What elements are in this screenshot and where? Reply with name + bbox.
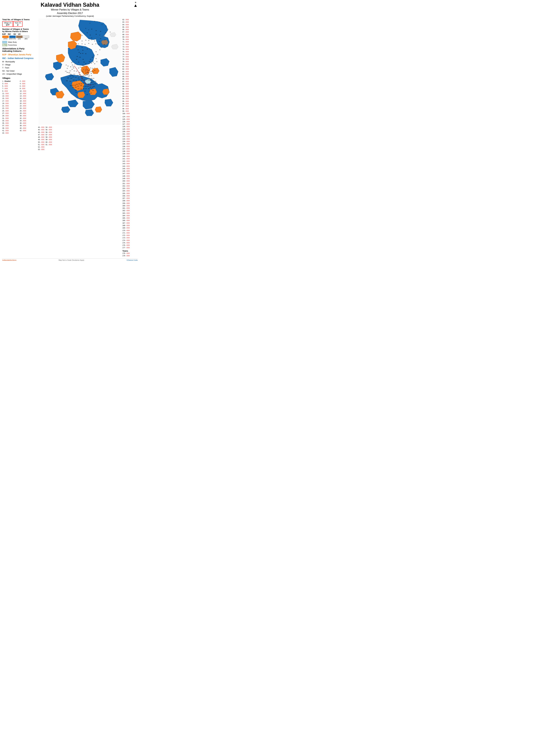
right-village-item: 163 - XXX	[122, 212, 138, 214]
right-village-item: 141 - XXX	[122, 158, 138, 160]
map-area: 4 5 3 6 7 11 12 8 9 10 14 15 13 16 17 18	[38, 18, 122, 257]
m-abbrev: M - Municipality	[2, 60, 37, 63]
right-village-item: 132 - XXX	[122, 135, 138, 138]
svg-text:150: 150	[78, 83, 80, 84]
svg-text:91: 91	[66, 64, 67, 66]
svg-text:88: 88	[71, 62, 72, 63]
svg-text:50: 50	[76, 59, 77, 60]
right-village-item: 153 - XXX	[122, 187, 138, 190]
svg-text:56: 56	[92, 57, 93, 58]
village-item: 42 - XXX	[20, 129, 37, 132]
svg-text:171: 171	[75, 90, 77, 91]
right-village-item: 160 - XXX	[122, 205, 138, 207]
villages-grid: 1 - Khokhri2 - XXX3 - XXX4 - XXX5 - XXX6…	[2, 80, 37, 134]
right-village-item: 64 - XXX	[122, 23, 138, 26]
right-village-item: 91 - XXX	[122, 90, 138, 93]
inc-color-block: (XXV+XT)	[9, 36, 16, 40]
sub-title-3: (under Jamnagar Parliamentary Constituen…	[2, 15, 138, 17]
right-village-item: 76 - XXX	[122, 53, 138, 56]
right-village-item: 177 - XXX	[122, 247, 138, 249]
svg-text:154: 154	[70, 85, 72, 86]
village-item: 48 - XXX	[38, 136, 44, 138]
svg-text:23: 23	[100, 38, 101, 39]
svg-text:44: 44	[82, 47, 83, 48]
svg-text:61: 61	[82, 65, 83, 66]
right-village-item: 145 - XXX	[122, 167, 138, 170]
svg-text:70: 70	[80, 67, 81, 68]
svg-text:160: 160	[85, 86, 87, 87]
svg-text:51: 51	[78, 62, 79, 63]
party-labels-row: BJP INC NV UV	[2, 33, 37, 35]
svg-text:40: 40	[99, 49, 100, 50]
village-item: 44 - XXX	[38, 126, 44, 129]
right-village-item: 161 - XXX	[122, 207, 138, 209]
right-village-item: 136 - XXX	[122, 145, 138, 148]
svg-text:124: 124	[81, 78, 83, 79]
svg-text:174: 174	[92, 90, 94, 91]
svg-text:177: 177	[86, 94, 88, 95]
village-item: 45 - XXX	[38, 129, 44, 131]
right-village-item: 86 - XXX	[122, 78, 138, 80]
village-item: 43 - XXX	[2, 132, 20, 134]
svg-text:7: 7	[105, 26, 106, 27]
right-village-item: 168 - XXX	[122, 224, 138, 227]
svg-text:79: 79	[92, 71, 94, 72]
svg-text:178: 178	[79, 57, 81, 58]
right-village-item: 135 - XXX	[122, 143, 138, 145]
village-item: 50 - XXX	[38, 141, 44, 143]
abbrev-list: BJP - Bharatiya Janata Party INC - India…	[2, 53, 37, 76]
svg-text:28: 28	[88, 40, 89, 41]
right-village-item: 152 - XXX	[122, 185, 138, 187]
right-village-item: 78 - XXX	[122, 58, 138, 60]
right-village-item: 171 - XXX	[122, 232, 138, 234]
svg-text:172: 172	[75, 92, 77, 93]
abbrev-title: Abbreviations & Party Indicating Colours…	[2, 47, 37, 52]
right-village-item: 166 - XXX	[122, 219, 138, 222]
village-item: 4 - XXX	[20, 82, 37, 85]
svg-text:98: 98	[79, 72, 80, 73]
right-village-item: 156 - XXX	[122, 195, 138, 197]
svg-text:10: 10	[91, 29, 92, 30]
village-item: 52 - XXX	[38, 146, 44, 148]
right-village-item: 143 - XXX	[122, 162, 138, 165]
villages-title: Villages	[2, 77, 37, 79]
sub-title-1: Winner Parties by Villages & Towns	[2, 8, 138, 11]
right-village-item: 162 - XXX	[122, 209, 138, 212]
svg-text:3: 3	[90, 23, 90, 24]
svg-text:27: 27	[91, 39, 92, 40]
svg-text:14: 14	[96, 30, 97, 31]
bottom-villages: 44 - XXX45 - XXX46 - XXX47 - XXX48 - XXX…	[38, 126, 122, 151]
right-village-item: 150 - XXX	[122, 180, 138, 182]
svg-text:164: 164	[93, 86, 95, 87]
uv-count: (6V)	[25, 38, 28, 40]
svg-text:11: 11	[107, 29, 109, 30]
right-village-item: 87 - XXX	[122, 80, 138, 83]
village-item: 26 - XXX	[20, 110, 37, 112]
svg-text:122: 122	[93, 78, 94, 79]
svg-text:162: 162	[89, 87, 91, 88]
svg-text:62: 62	[96, 58, 97, 59]
svg-text:108: 108	[68, 72, 70, 73]
right-village-item: 174 - XXX	[122, 239, 138, 242]
village-item: 34 - XXX	[20, 120, 37, 122]
svg-text:52: 52	[82, 53, 83, 54]
village-item: 35 - XXX	[2, 122, 20, 124]
right-village-item: 95 - XXX	[122, 100, 138, 103]
svg-text:42: 42	[78, 49, 79, 50]
svg-text:47: 47	[89, 48, 90, 49]
svg-text:58: 58	[83, 59, 84, 60]
svg-text:36: 36	[95, 43, 96, 44]
svg-text:158: 158	[80, 85, 82, 86]
right-village-item: 89 - XXX	[122, 85, 138, 88]
right-village-item: 69 - XXX	[122, 36, 138, 38]
nv-color-block: (1V)	[16, 36, 23, 40]
village-town-boxes: Village (V) 177 Town (T) 2	[2, 21, 37, 27]
village-item: 61 - XXX	[46, 143, 52, 146]
svg-text:161: 161	[87, 86, 89, 87]
svg-text:173: 173	[84, 91, 86, 92]
svg-text:89: 89	[70, 66, 71, 67]
village-item: 23 - XXX	[2, 107, 20, 110]
right-village-item: 142 - XXX	[122, 160, 138, 162]
village-item: 47 - XXX	[38, 134, 44, 136]
right-village-item: 63 - XXX	[122, 21, 138, 23]
